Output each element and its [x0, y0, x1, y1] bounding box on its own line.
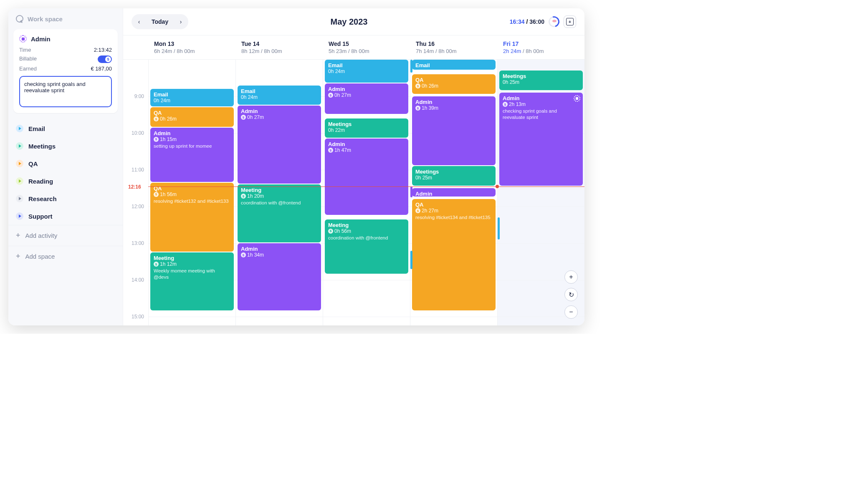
dollar-icon: $ [154, 192, 159, 197]
next-button[interactable]: › [175, 16, 187, 28]
today-button[interactable]: Today [147, 18, 173, 25]
event-block[interactable]: Meetings0h 25m [412, 166, 496, 185]
billable-toggle[interactable] [98, 55, 112, 63]
hour-label: 13:00 [132, 240, 144, 246]
activity-meetings[interactable]: Meetings [8, 137, 123, 155]
dollar-icon: $ [415, 83, 420, 88]
date-nav: ‹ Today › [132, 14, 188, 29]
event-block[interactable]: Admin$ 0h 27m [238, 106, 321, 184]
hour-label: 15:00 [132, 314, 144, 320]
day-column[interactable]: Email0h 24mQA$ 0h 26mAdmin$ 1h 15msettin… [148, 60, 235, 325]
workspace-icon [16, 15, 23, 23]
event-block[interactable]: Admin$ 0h 27m [325, 83, 408, 114]
topbar: ‹ Today › May 2023 16:34 / 36:00 [123, 8, 584, 35]
dollar-icon: $ [328, 148, 333, 153]
activity-label: Email [28, 125, 45, 132]
dollar-icon: $ [241, 115, 246, 120]
event-block[interactable]: Meeting$ 1h 12mWeekly momee meeting with… [150, 252, 234, 310]
stat-billable: Billable [19, 55, 112, 63]
dollar-icon: $ [154, 137, 159, 142]
event-block[interactable]: Meeting$ 0h 56mcoordination with @fronte… [325, 219, 408, 274]
event-block[interactable]: QA$ 1h 56mresolving #ticket132 and #tick… [150, 183, 234, 252]
app-window: Work space Admin Time 2:13:42 Billable E… [8, 8, 584, 325]
add-calendar-button[interactable] [564, 15, 576, 28]
month-title: May 2023 [188, 17, 510, 27]
event-block[interactable]: Admin$ 1h 47m [325, 139, 408, 215]
event-block[interactable]: QA$ 2h 27mresolving #ticket134 and #tick… [412, 199, 496, 310]
event-block[interactable]: QA$ 0h 26m [150, 107, 234, 126]
hour-label: 12:00 [132, 204, 144, 209]
event-block[interactable]: Admin$ 2h 13mchecking sprint goals and r… [499, 93, 583, 185]
event-block[interactable]: Admin$ 1h 15msetting up sprint for momee [150, 128, 234, 182]
zoom-in-button[interactable]: + [564, 270, 578, 284]
day-header[interactable]: Fri 172h 24m / 8h 00m [497, 35, 584, 59]
calendar-body[interactable]: 9:0010:0011:0012:0013:0014:0015:00 Email… [123, 60, 584, 325]
plus-icon: + [16, 231, 20, 240]
activity-email[interactable]: Email [8, 120, 123, 137]
event-block[interactable]: Admin$ 1h 34m [238, 243, 321, 310]
dollar-icon: $ [503, 102, 508, 107]
day-headers: Mon 136h 24m / 8h 00mTue 148h 12m / 8h 0… [123, 35, 584, 60]
event-block[interactable]: Email0h 24m [325, 60, 408, 83]
event-block[interactable]: Admin [412, 188, 496, 197]
event-stripe [498, 217, 500, 239]
hour-label: 10:00 [132, 130, 144, 136]
play-icon [16, 160, 23, 167]
stat-earned: Earned € 187,00 [19, 66, 112, 72]
zoom-controls: + ↻ − [564, 270, 578, 319]
activity-label: Support [28, 213, 53, 220]
add-space-button[interactable]: + Add space [8, 246, 123, 267]
stat-time: Time 2:13:42 [19, 47, 112, 53]
plus-icon: + [16, 252, 20, 261]
event-block[interactable]: Email [412, 60, 496, 70]
prev-button[interactable]: ‹ [133, 16, 145, 28]
day-columns: Email0h 24mQA$ 0h 26mAdmin$ 1h 15msettin… [148, 60, 584, 325]
activity-research[interactable]: Research [8, 190, 123, 207]
day-header[interactable]: Mon 136h 24m / 8h 00m [148, 35, 235, 59]
zoom-out-button[interactable]: − [564, 305, 578, 319]
play-icon [16, 195, 23, 202]
activities-list: EmailMeetingsQAReadingResearchSupport [8, 120, 123, 225]
play-icon [16, 125, 23, 132]
day-column[interactable]: Email0h 24mAdmin$ 0h 27mMeeting$ 1h 20mc… [235, 60, 323, 325]
activity-label: Reading [28, 178, 53, 185]
dollar-icon: $ [241, 252, 246, 257]
dollar-icon: $ [415, 208, 420, 213]
activity-support[interactable]: Support [8, 207, 123, 225]
event-stripe [410, 186, 412, 197]
event-block[interactable]: Email0h 24m [238, 86, 321, 105]
day-column[interactable]: Email0h 24mAdmin$ 0h 27mMeetings0h 22mAd… [323, 60, 410, 325]
play-icon [16, 212, 23, 220]
event-block[interactable]: Admin$ 1h 39m [412, 96, 496, 165]
activity-label: Meetings [28, 143, 56, 150]
workspace-header[interactable]: Work space [8, 8, 123, 27]
dollar-icon: $ [415, 106, 420, 111]
add-activity-button[interactable]: + Add activity [8, 225, 123, 246]
event-block[interactable]: Email0h 24m [150, 89, 234, 106]
note-input[interactable]: checking sprint goals and reevaluate spr… [19, 76, 112, 107]
play-icon [16, 177, 23, 185]
dollar-icon: $ [154, 116, 159, 121]
hour-gutter: 9:0010:0011:0012:0013:0014:0015:00 [123, 60, 148, 325]
event-stripe [410, 60, 412, 73]
reset-button[interactable]: ↻ [564, 288, 578, 301]
event-block[interactable]: QA$ 0h 26m [412, 74, 496, 93]
hour-label: 11:00 [132, 167, 144, 173]
event-block[interactable]: Meetings0h 25m [499, 71, 583, 90]
event-block[interactable]: Meetings0h 22m [325, 118, 408, 138]
hour-label: 9:00 [134, 93, 144, 99]
space-title-row[interactable]: Admin [19, 35, 112, 43]
activity-qa[interactable]: QA [8, 155, 123, 172]
activity-label: QA [28, 160, 38, 167]
activity-reading[interactable]: Reading [8, 172, 123, 190]
event-block[interactable]: Meeting$ 1h 20mcoordination with @fronte… [238, 184, 321, 242]
day-header[interactable]: Thu 167h 14m / 8h 00m [410, 35, 497, 59]
day-header[interactable]: Wed 155h 23m / 8h 00m [323, 35, 410, 59]
hour-label: 14:00 [132, 277, 144, 283]
day-header[interactable]: Tue 148h 12m / 8h 00m [235, 35, 323, 59]
space-card: Admin Time 2:13:42 Billable Earned € 187… [13, 29, 118, 113]
day-column[interactable]: EmailQA$ 0h 26mAdmin$ 1h 39mMeetings0h 2… [410, 60, 497, 325]
progress-donut-icon[interactable] [546, 14, 562, 29]
space-name: Admin [31, 35, 51, 43]
workspace-title: Work space [28, 15, 63, 23]
